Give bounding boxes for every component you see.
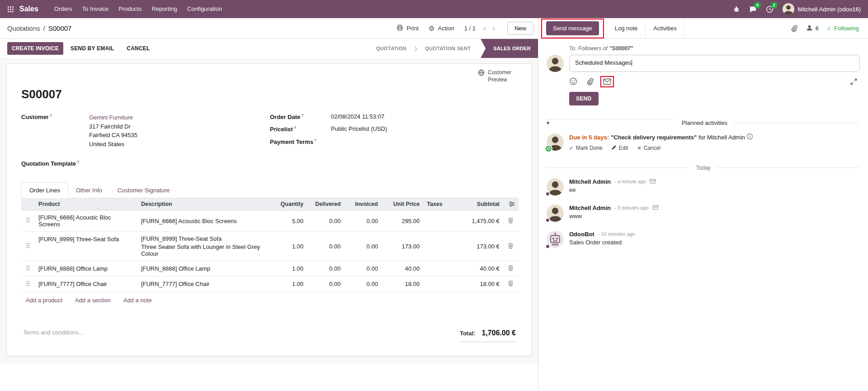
email-envelope-icon: [650, 178, 656, 185]
message-author: Mitchell Admin: [569, 205, 611, 211]
cell-taxes[interactable]: [423, 232, 449, 261]
stage-sales-order[interactable]: SALES ORDER: [481, 39, 538, 58]
cancel-activity-button[interactable]: Cancel: [637, 145, 660, 151]
cell-taxes[interactable]: [423, 261, 449, 277]
stage-quotation[interactable]: QUOTATION: [369, 39, 414, 58]
cell-product[interactable]: [FURN_6666] Acoustic Bloc Screens: [35, 210, 137, 232]
presence-dot: [545, 191, 550, 196]
cell-unit-price[interactable]: 18.00: [382, 277, 423, 292]
app-name[interactable]: Sales: [19, 5, 38, 13]
menu-orders[interactable]: Orders: [49, 0, 77, 18]
drag-handle-icon[interactable]: [21, 210, 35, 232]
cell-quantity[interactable]: 1.00: [270, 277, 307, 292]
send-by-email-envelope-icon[interactable]: [603, 78, 611, 85]
statusbar: QUOTATION QUOTATION SENT SALES ORDER: [369, 39, 538, 58]
menu-configuration[interactable]: Configuration: [182, 0, 227, 18]
quotation-template-label: Quotation Template?: [21, 160, 89, 167]
cell-delivered[interactable]: 0.00: [307, 277, 344, 292]
text-cursor: [632, 60, 632, 66]
cell-quantity[interactable]: 1.00: [270, 261, 307, 277]
list-add-links: Add a product Add a section Add a note: [21, 292, 519, 309]
drag-handle-icon[interactable]: [21, 232, 35, 261]
message-input[interactable]: Scheduled Messages: [569, 55, 860, 72]
planned-activities-header[interactable]: Planned activities: [547, 119, 860, 126]
messages-icon[interactable]: 4: [749, 5, 757, 13]
order-date-field[interactable]: 02/08/2024 11:53:07: [331, 113, 500, 120]
terms-and-conditions-placeholder[interactable]: Terms and conditions...: [23, 329, 84, 336]
cell-unit-price[interactable]: 40.00: [382, 261, 423, 277]
breadcrumb-quotations[interactable]: Quotations: [7, 24, 40, 32]
attach-file-icon[interactable]: [586, 78, 594, 86]
tab-order-lines[interactable]: Order Lines: [21, 182, 68, 198]
emoji-icon[interactable]: [569, 77, 577, 86]
cell-delivered[interactable]: 0.00: [307, 210, 344, 232]
debug-icon[interactable]: [733, 5, 740, 13]
cell-product[interactable]: [FURN_7777] Office Chair: [35, 277, 137, 292]
add-a-note-link[interactable]: Add a note: [123, 297, 152, 304]
menu-reporting[interactable]: Reporting: [146, 0, 182, 18]
cell-invoiced[interactable]: 0.00: [344, 232, 382, 261]
send-button[interactable]: SEND: [569, 92, 599, 105]
add-a-section-link[interactable]: Add a section: [75, 297, 111, 304]
pager-previous-icon[interactable]: ‹: [481, 24, 488, 33]
user-menu[interactable]: Mitchell Admin (odoo16): [783, 3, 861, 15]
following-button[interactable]: Following: [827, 25, 859, 32]
message-time: - 10 minutes ago: [598, 231, 635, 237]
cell-invoiced[interactable]: 0.00: [344, 210, 382, 232]
cancel-button[interactable]: CANCEL: [121, 42, 155, 55]
activities-button[interactable]: Activities: [646, 18, 684, 38]
apps-grid-icon[interactable]: [7, 6, 14, 13]
presence-dot: [545, 218, 550, 223]
form-sheet: Customer Preview S00007 Customer? Gemini…: [6, 63, 532, 356]
attachment-paperclip-icon[interactable]: [791, 25, 798, 32]
optional-columns-icon[interactable]: [509, 201, 515, 207]
drag-handle-icon[interactable]: [21, 261, 35, 277]
action-button[interactable]: Action: [429, 25, 454, 32]
menu-products[interactable]: Products: [113, 0, 146, 18]
cell-taxes[interactable]: [423, 210, 449, 232]
customer-preview-button[interactable]: Customer Preview: [478, 69, 523, 83]
pricelist-field[interactable]: Public Pricelist (USD): [331, 125, 500, 132]
tab-other-info[interactable]: Other Info: [68, 182, 110, 198]
print-button[interactable]: Print: [396, 24, 419, 33]
cell-taxes[interactable]: [423, 277, 449, 292]
info-icon[interactable]: [747, 134, 753, 142]
log-note-button[interactable]: Log note: [607, 18, 646, 38]
delete-row-icon[interactable]: [503, 232, 519, 261]
edit-activity-button[interactable]: Edit: [612, 145, 628, 151]
cell-product[interactable]: [FURN_8999] Three-Seat Sofa: [35, 232, 137, 261]
cell-product[interactable]: [FURN_8888] Office Lamp: [35, 261, 137, 277]
menu-to-invoice[interactable]: To Invoice: [77, 0, 114, 18]
mark-done-button[interactable]: Mark Done: [569, 145, 603, 151]
new-button[interactable]: New: [507, 22, 533, 35]
send-message-button[interactable]: Send message: [546, 21, 599, 35]
cell-unit-price[interactable]: 173.00: [382, 232, 423, 261]
cell-description[interactable]: [FURN_7777] Office Chair: [137, 277, 270, 292]
cell-delivered[interactable]: 0.00: [307, 261, 344, 277]
stage-quotation-sent[interactable]: QUOTATION SENT: [418, 39, 478, 58]
pager-next-icon[interactable]: ›: [490, 24, 497, 33]
followers-button[interactable]: 6: [806, 24, 819, 33]
cell-quantity[interactable]: 1.00: [270, 232, 307, 261]
cell-invoiced[interactable]: 0.00: [344, 261, 382, 277]
customer-link[interactable]: Gemini Furniture: [89, 113, 252, 122]
message-avatar: [547, 178, 564, 196]
cell-delivered[interactable]: 0.00: [307, 232, 344, 261]
cell-quantity[interactable]: 5.00: [270, 210, 307, 232]
tab-customer-signature[interactable]: Customer Signature: [110, 182, 178, 198]
delete-row-icon[interactable]: [503, 261, 519, 277]
create-invoice-button[interactable]: CREATE INVOICE: [7, 42, 63, 55]
cell-description[interactable]: [FURN_8999] Three-Seat Sofa Three Seater…: [137, 232, 270, 261]
cell-description[interactable]: [FURN_8888] Office Lamp: [137, 261, 270, 277]
drag-handle-icon[interactable]: [21, 277, 35, 292]
cell-description[interactable]: [FURN_6666] Acoustic Bloc Screens: [137, 210, 270, 232]
add-a-product-link[interactable]: Add a product: [26, 297, 62, 304]
activities-clock-icon[interactable]: 2: [766, 5, 774, 13]
delete-row-icon[interactable]: [503, 277, 519, 292]
expand-composer-icon[interactable]: [850, 78, 857, 85]
cell-unit-price[interactable]: 295.00: [382, 210, 423, 232]
send-by-email-button[interactable]: SEND BY EMAIL: [65, 42, 119, 55]
pager-value: 1 / 1: [464, 25, 476, 32]
delete-row-icon[interactable]: [503, 210, 519, 232]
cell-invoiced[interactable]: 0.00: [344, 277, 382, 292]
